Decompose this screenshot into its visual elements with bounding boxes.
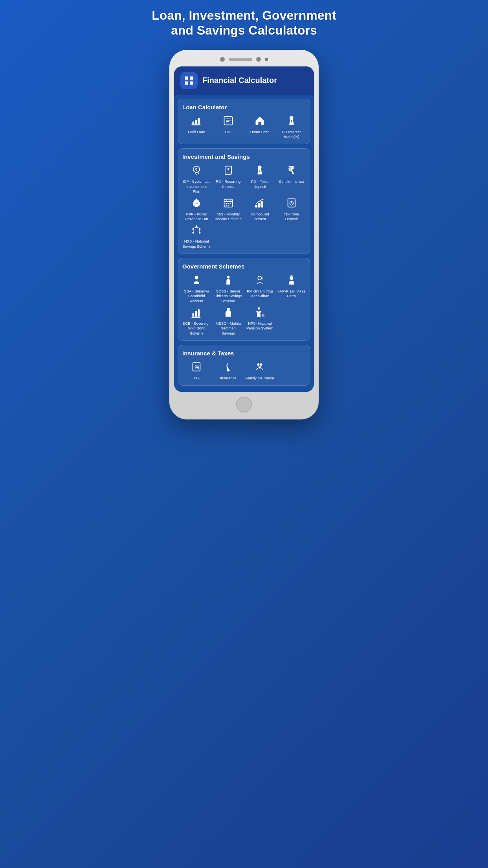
fd-interest-item[interactable]: $ FD Interest Rates(%) <box>277 115 306 140</box>
simple-interest-icon: ₹ <box>286 165 297 177</box>
rd-item[interactable]: ₹ RD - Recurring Deposit <box>214 165 243 194</box>
insurance2-item[interactable]: Family Insurance <box>246 361 274 381</box>
svg-rect-35 <box>258 203 261 208</box>
svg-rect-3 <box>190 81 193 85</box>
td-icon <box>286 197 297 210</box>
government-section-title: Government Schemes <box>182 263 306 270</box>
home-loan-label: Home Loan <box>250 130 270 134</box>
ppf-label: PPF - Public Provident Fun <box>182 212 211 222</box>
insurance1-item[interactable]: Insurance <box>214 361 243 381</box>
compound-interest-item[interactable]: Compound Interest <box>246 197 274 222</box>
fd-interest-icon: $ <box>286 115 297 128</box>
phone-bottom-bar <box>174 397 314 412</box>
scss-icon <box>223 274 234 287</box>
mssc-item[interactable]: MSSC - Mahila Samman Savings <box>214 307 243 336</box>
simple-interest-label: Simple Interest <box>279 179 304 184</box>
svg-point-44 <box>193 232 194 234</box>
svg-text:₹: ₹ <box>195 168 197 172</box>
home-loan-icon <box>254 115 265 128</box>
svg-text:$: $ <box>259 169 261 172</box>
nss-icon <box>191 224 202 237</box>
insurance-items-grid: % Tax Insurance <box>182 361 306 381</box>
sgb-item[interactable]: SGB - Sovereign Gold Bond Scheme <box>182 307 211 336</box>
sgb-icon <box>191 307 202 319</box>
gold-loan-item[interactable]: Gold Loan <box>182 115 211 140</box>
nps-item[interactable]: NPS- National Pension System <box>246 307 274 336</box>
nss-label: NSS - National Savings Scheme <box>182 239 211 249</box>
app-title-text: Financial Calculator <box>202 76 277 85</box>
speaker <box>229 58 252 61</box>
compound-interest-label: Compound Interest <box>246 212 274 222</box>
svg-rect-6 <box>198 118 200 124</box>
sgb-label: SGB - Sovereign Gold Bond Scheme <box>182 321 211 336</box>
nss-item[interactable]: NSS - National Savings Scheme <box>182 224 211 249</box>
svg-rect-30 <box>227 203 229 204</box>
emi-label: EMI <box>225 130 231 134</box>
td-item[interactable]: TD- Time Deposit <box>277 197 306 222</box>
mis-item[interactable]: MIS - Monthly Income Scheme <box>214 197 243 222</box>
nps-label: NPS- National Pension System <box>246 321 274 331</box>
svg-point-71 <box>259 366 261 368</box>
fd-item[interactable]: $ FD - Fixed Deposit <box>246 165 274 194</box>
svg-point-68 <box>227 370 229 371</box>
emi-item[interactable]: EMI <box>214 115 243 140</box>
svg-line-47 <box>196 227 200 228</box>
svg-rect-1 <box>190 76 193 79</box>
ppf-item[interactable]: PPF - Public Provident Fun <box>182 197 211 222</box>
svg-rect-61 <box>191 317 200 318</box>
home-loan-item[interactable]: Home Loan <box>246 115 274 140</box>
svg-text:₹: ₹ <box>227 168 229 172</box>
government-section: Government Schemes SSA - Sukanya Samridd… <box>178 258 310 341</box>
insurance2-icon <box>254 361 265 374</box>
kvp-icon <box>286 274 297 287</box>
insurance2-label: Family Insurance <box>246 376 274 381</box>
svg-rect-29 <box>226 203 227 204</box>
svg-text:₹: ₹ <box>288 165 294 176</box>
svg-line-46 <box>193 227 196 228</box>
svg-text:%: % <box>195 364 200 370</box>
scss-item[interactable]: SCSS - Senior Citizens Savings Scheme <box>214 274 243 303</box>
government-items-grid: SSA - Sukanya Samriddhi Account SCSS - S… <box>182 274 306 336</box>
insurance-section: Insurance & Taxes % Tax <box>178 345 310 386</box>
svg-point-53 <box>258 276 262 280</box>
mssc-label: MSSC - Mahila Samman Savings <box>214 321 243 336</box>
screen-content: Loan Calculator Gold Loan <box>174 95 314 392</box>
fd-label: FD - Fixed Deposit <box>246 179 274 189</box>
rd-label: RD - Recurring Deposit <box>214 179 243 189</box>
svg-point-51 <box>227 276 229 278</box>
svg-point-41 <box>196 226 198 228</box>
svg-rect-7 <box>191 124 200 125</box>
ppf-icon <box>191 197 202 210</box>
phone-screen: Financial Calculator Loan Calculator <box>174 66 314 392</box>
sip-label: SIP - Systematic Investement Plan <box>182 179 211 194</box>
scss-label: SCSS - Senior Citizens Savings Scheme <box>214 289 243 303</box>
svg-point-54 <box>290 276 293 280</box>
phone-mockup: Financial Calculator Loan Calculator <box>169 50 319 420</box>
tax-icon: % <box>191 361 202 374</box>
pm-shram-item[interactable]: PM-Shram Yogi Maan-dhan <box>246 274 274 303</box>
tax-item[interactable]: % Tax <box>182 361 211 381</box>
svg-rect-33 <box>227 204 229 205</box>
svg-rect-31 <box>229 203 231 204</box>
mssc-icon <box>223 307 234 319</box>
simple-interest-item[interactable]: ₹ Simple Interest <box>277 165 306 194</box>
mis-icon <box>223 197 234 210</box>
svg-rect-8 <box>224 116 232 125</box>
svg-point-43 <box>199 228 201 230</box>
investment-items-grid: ₹ SIP - Systematic Investement Plan ₹ <box>182 165 306 248</box>
svg-point-69 <box>257 363 260 366</box>
svg-rect-23 <box>196 199 198 200</box>
ssa-item[interactable]: SSA - Sukanya Samriddhi Account <box>182 274 211 303</box>
kvp-item[interactable]: KVP-Kisan Vikas Patra <box>277 274 306 303</box>
sip-item[interactable]: ₹ SIP - Systematic Investement Plan <box>182 165 211 194</box>
svg-rect-4 <box>193 121 194 124</box>
insurance-placeholder <box>277 361 306 381</box>
loan-items-grid: Gold Loan EMI <box>182 115 306 140</box>
pm-shram-icon <box>254 274 265 287</box>
svg-point-45 <box>199 232 201 234</box>
home-button[interactable] <box>236 397 252 412</box>
app-icon <box>180 72 198 89</box>
sip-icon: ₹ <box>191 165 202 177</box>
nps-icon <box>254 307 265 319</box>
pm-shram-label: PM-Shram Yogi Maan-dhan <box>246 289 274 299</box>
